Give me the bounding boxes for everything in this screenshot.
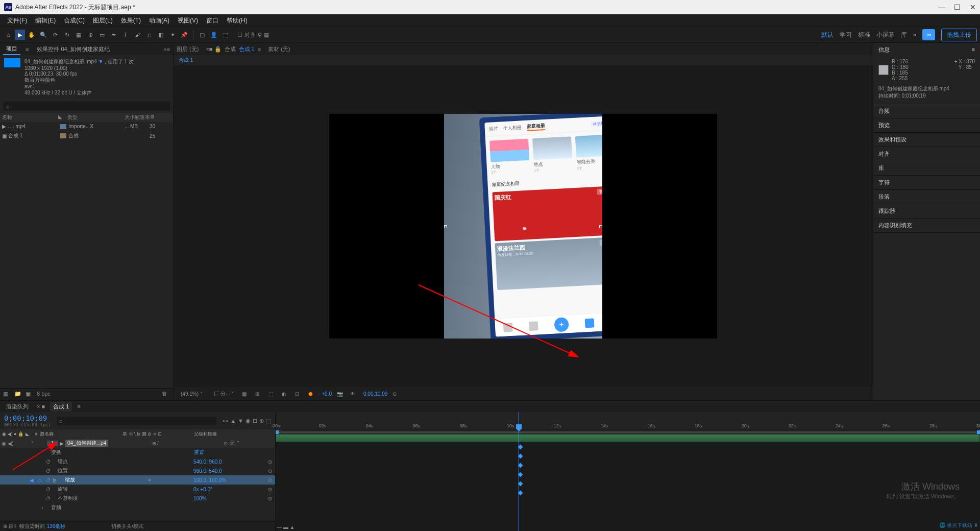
workspace-learn[interactable]: 学习 — [840, 31, 852, 39]
tab-project[interactable]: 项目 — [3, 43, 20, 55]
tl-switches-header[interactable]: 单 ※ \ fx 圓 ⊘ ⊙ ⊡ — [122, 431, 194, 438]
tl-source-header[interactable]: 源名称 — [40, 431, 54, 437]
transform-handle[interactable] — [444, 225, 447, 228]
tab-comp-name[interactable]: 合成 1 — [239, 45, 255, 53]
prop-value[interactable]: 100% — [193, 496, 207, 501]
kf-nav-icon[interactable]: ⊙ — [268, 468, 272, 474]
stopwatch-icon[interactable]: ⏱ — [46, 468, 51, 474]
tl-footer-icon[interactable]: ⊕ ⊟ ⫴ — [3, 523, 16, 529]
show-snapshot-icon[interactable]: 👁 — [350, 391, 358, 397]
viewer-canvas[interactable]: 照片 个人相册 家庭相册 ⇄ 切换家庭 人物3个 地点1个 智能分类2个 家庭纪… — [329, 114, 717, 339]
col-fps[interactable]: 帧速率 — [135, 114, 150, 121]
panel-paragraph[interactable]: 段落 — [873, 190, 980, 204]
interpret-icon[interactable]: ▦ — [3, 391, 11, 399]
transform-handle[interactable] — [599, 225, 602, 228]
cloud-button[interactable]: ∞ — [922, 29, 935, 40]
home-tool[interactable]: ⌂ — [3, 30, 13, 40]
tl-tool-icon[interactable]: ▼ — [238, 418, 243, 424]
new-folder-icon[interactable]: 📁 — [14, 391, 22, 399]
menu-file[interactable]: 文件(F) — [4, 15, 30, 26]
pickwhip-icon[interactable]: ⊙ — [224, 441, 228, 446]
constrain-icon[interactable]: ⚭ — [148, 477, 152, 483]
prop-value[interactable]: 960.0, 540.0 — [193, 468, 222, 474]
workspace-default[interactable]: 默认 — [821, 31, 834, 39]
parent-dropdown[interactable]: 无 — [230, 440, 235, 447]
kf-nav-icon[interactable]: ⊙ — [268, 496, 272, 501]
tab-project-menu[interactable]: ≡ — [26, 46, 29, 52]
prop-scale[interactable]: ◀ ◇ ⏱ ⊵ 缩放 ⚭ 100.0, 100.0% ⊙ — [0, 475, 275, 485]
col-extra-icon[interactable]: ⚙ — [150, 114, 160, 121]
panel-audio[interactable]: 音频 — [873, 104, 980, 118]
new-comp-icon[interactable]: ▣ — [26, 391, 34, 399]
audio-group[interactable]: › 音频 — [0, 503, 275, 512]
mode-icon-1[interactable]: ▢ — [197, 30, 207, 40]
panel-menu-icon[interactable]: »≡ — [163, 46, 170, 52]
selection-tool[interactable]: ▶ — [15, 30, 25, 40]
menu-animation[interactable]: 动画(A) — [146, 15, 173, 26]
menu-edit[interactable]: 编辑(E) — [32, 15, 59, 26]
tab-footage-viewer[interactable]: 素材 (无) — [268, 45, 290, 53]
label-swatch[interactable] — [60, 124, 66, 129]
kf-nav-icon[interactable]: ⊙ — [268, 487, 272, 492]
transform-group[interactable]: ˅ 变换 重置 — [0, 448, 275, 457]
panel-align[interactable]: 对齐 — [873, 147, 980, 161]
viewer[interactable]: 照片 个人相册 家庭相册 ⇄ 切换家庭 人物3个 地点1个 智能分类2个 家庭纪… — [174, 65, 873, 387]
panel-preview[interactable]: 预览 — [873, 118, 980, 132]
col-name[interactable]: 名称 — [2, 114, 58, 121]
playhead[interactable] — [519, 412, 519, 531]
prop-value[interactable]: 0x +0.0° — [193, 487, 212, 492]
stopwatch-icon[interactable]: ⏱ — [46, 496, 51, 501]
prop-value[interactable]: 100.0, 100.0% — [193, 477, 227, 483]
tl-tool-icon[interactable]: ⊶ — [223, 418, 228, 424]
visibility-toggle[interactable]: ◉ — [0, 441, 7, 446]
roto-tool[interactable]: ✦ — [167, 30, 178, 40]
bpc-button[interactable]: 8 bpc — [37, 391, 51, 399]
panel-menu-icon[interactable]: ≡ — [972, 46, 975, 54]
minimize-button[interactable]: — — [938, 3, 945, 11]
prop-position[interactable]: ⏱ 位置 960.0, 540.0 ⊙ — [0, 466, 275, 475]
col-label-icon[interactable]: ◣ — [58, 114, 67, 121]
tl-tool-icon[interactable]: ◉ — [246, 418, 251, 424]
layer-row[interactable]: ◉ ◀) ˅ 1 ▶04_如何创建...p4 ⊕/ ⊙无˅ — [0, 439, 275, 448]
time-ruler[interactable]: :00s02s04s06s08s10s12s14s16s18s20s22s24s… — [276, 412, 980, 433]
viewer-icon[interactable]: ⊡ — [295, 391, 303, 397]
audio-toggle[interactable]: ◀) — [7, 441, 14, 446]
panel-character[interactable]: 字符 — [873, 176, 980, 189]
stopwatch-icon[interactable]: ⏱ — [46, 459, 51, 465]
prop-anchor[interactable]: ⏱ 锚点 540.0, 960.0 ⊙ — [0, 457, 275, 466]
delete-icon[interactable]: 🗑 — [162, 391, 170, 399]
tl-tool-icon[interactable]: ▲ — [230, 418, 236, 424]
label-swatch[interactable] — [60, 133, 66, 138]
color-icon[interactable]: ⬢ — [308, 391, 316, 397]
camera-tool[interactable]: ▦ — [74, 30, 84, 40]
transform-reset[interactable]: 重置 — [194, 449, 204, 456]
prop-rotation[interactable]: ⏱ 旋转 0x +0.0° ⊙ — [0, 485, 275, 494]
eraser-tool[interactable]: ◧ — [156, 30, 166, 40]
tab-render-queue[interactable]: 渲染队列 — [3, 402, 32, 412]
stopwatch-icon[interactable]: ⏱ — [46, 477, 51, 483]
tl-parent-header[interactable]: 父级和链接 — [194, 431, 275, 438]
snap-icon-2[interactable]: ▦ — [264, 32, 269, 38]
stopwatch-icon[interactable]: ⏱ — [46, 487, 51, 492]
viewer-icon[interactable]: ⊞ — [255, 391, 263, 397]
puppet-tool[interactable]: 📌 — [179, 30, 189, 40]
panel-effects-presets[interactable]: 效果和预设 — [873, 133, 980, 147]
col-type[interactable]: 类型 — [67, 114, 114, 121]
shape-tool[interactable]: ▭ — [97, 30, 107, 40]
anchor-point-icon[interactable]: ⊕ — [522, 225, 527, 232]
timeline-tracks[interactable]: :00s02s04s06s08s10s12s14s16s18s20s22s24s… — [276, 412, 980, 531]
panel-content-aware[interactable]: 内容识别填充 — [873, 219, 980, 232]
workspace-library[interactable]: 库 — [901, 31, 907, 39]
upload-button[interactable]: 拖拽上传 — [941, 29, 977, 41]
asset-row[interactable]: ▣合成 1 合成 25 — [0, 131, 173, 141]
timeline-zoom[interactable]: — ▬ ▲ — [277, 524, 295, 530]
info-title[interactable]: 信息 — [878, 46, 890, 54]
viewer-icon[interactable]: ▦ — [242, 391, 250, 397]
clone-tool[interactable]: ⎌ — [144, 30, 154, 40]
tl-tool-icon[interactable]: ⊡ — [253, 418, 257, 424]
viewer-icon[interactable]: ⬚ — [268, 391, 277, 397]
zoom-dropdown[interactable]: (49.1%) ˅ — [178, 390, 206, 398]
type-tool[interactable]: T — [120, 30, 131, 40]
asset-row[interactable]: ▶…. mp4 Importe...X ... MB 30 — [0, 122, 173, 131]
snap-checkbox[interactable]: ☐ — [237, 32, 242, 38]
